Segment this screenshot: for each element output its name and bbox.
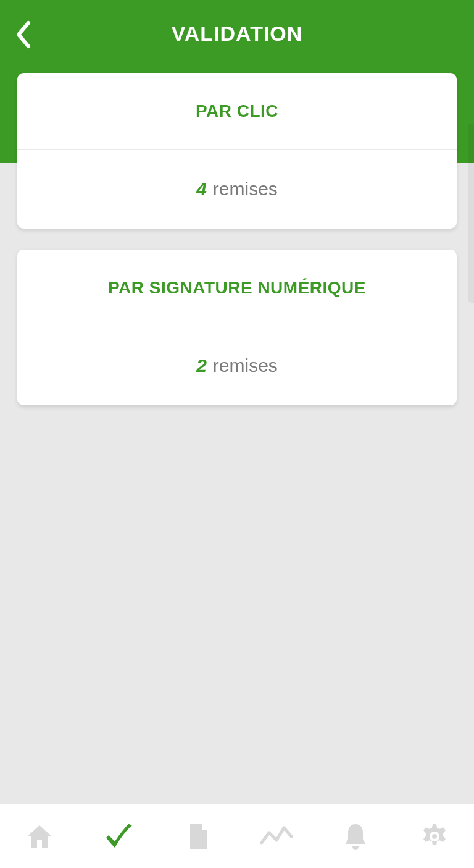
- home-icon: [25, 822, 54, 851]
- card-par-clic[interactable]: PAR CLIC 4 remises: [17, 73, 457, 229]
- tab-validate[interactable]: [99, 817, 138, 856]
- svg-rect-0: [194, 839, 202, 841]
- scrollbar[interactable]: [468, 124, 474, 303]
- card-title: PAR CLIC: [17, 73, 457, 150]
- chevron-left-icon: [15, 20, 32, 49]
- tab-settings[interactable]: [415, 817, 454, 856]
- activity-icon: [260, 824, 293, 849]
- tab-home[interactable]: [20, 817, 59, 856]
- tab-activity[interactable]: [257, 817, 296, 856]
- card-body: 2 remises: [17, 326, 457, 405]
- remises-unit: remises: [213, 179, 278, 200]
- tab-bar: [0, 804, 474, 868]
- remises-unit: remises: [213, 355, 278, 376]
- check-icon: [102, 820, 135, 853]
- document-icon: [184, 822, 211, 851]
- card-signature-numerique[interactable]: PAR SIGNATURE NUMÉRIQUE 2 remises: [17, 250, 457, 405]
- tab-document[interactable]: [178, 817, 217, 856]
- back-button[interactable]: [9, 20, 38, 49]
- top-bar: VALIDATION: [0, 0, 474, 67]
- remises-count: 4: [196, 179, 207, 200]
- card-body: 4 remises: [17, 150, 457, 229]
- remises-count: 2: [196, 355, 207, 376]
- gear-icon: [420, 822, 449, 851]
- page-title: VALIDATION: [172, 22, 303, 46]
- content: PAR CLIC 4 remises PAR SIGNATURE NUMÉRIQ…: [0, 73, 474, 426]
- svg-rect-1: [194, 843, 202, 845]
- tab-alerts[interactable]: [336, 817, 375, 856]
- card-title: PAR SIGNATURE NUMÉRIQUE: [17, 250, 457, 326]
- bell-icon: [342, 822, 369, 851]
